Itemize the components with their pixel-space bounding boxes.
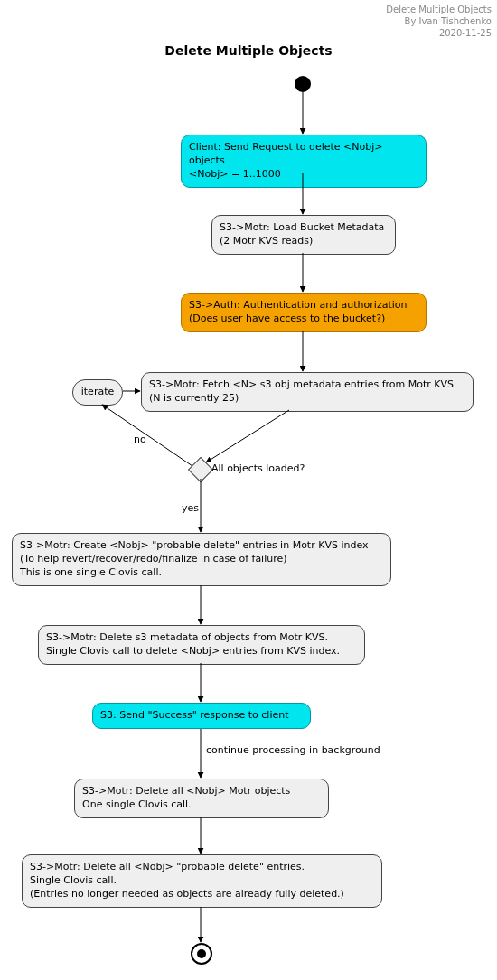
edge-label-decision: All objects loaded? [211, 462, 305, 474]
node-delete-probable-entries: S3->Motr: Delete all <Nobj> "probable de… [22, 854, 382, 908]
node-send-success: S3: Send "Success" response to client [92, 703, 311, 729]
diagram-root: Delete Multiple Objects By Ivan Tishchen… [0, 0, 497, 980]
node-fetch-metadata: S3->Motr: Fetch <N> s3 obj metadata entr… [141, 372, 474, 412]
node-client-request: Client: Send Request to delete <Nobj> ob… [181, 135, 427, 188]
node-create-probable-delete: S3->Motr: Create <Nobj> "probable delete… [12, 533, 391, 586]
decision-all-loaded [188, 457, 213, 482]
diagram-title: Delete Multiple Objects [0, 43, 497, 58]
edge-label-continue: continue processing in background [206, 744, 380, 756]
node-iterate: iterate [72, 379, 123, 406]
svg-line-5 [206, 410, 289, 462]
node-load-bucket-metadata: S3->Motr: Load Bucket Metadata (2 Motr K… [211, 215, 396, 255]
end-node [191, 943, 212, 965]
end-node-inner [197, 949, 206, 958]
meta-line-3: 2020-11-25 [386, 27, 492, 39]
node-auth: S3->Auth: Authentication and authorizati… [181, 293, 427, 332]
meta-block: Delete Multiple Objects By Ivan Tishchen… [386, 4, 492, 39]
node-delete-objects: S3->Motr: Delete all <Nobj> Motr objects… [74, 779, 329, 818]
meta-line-1: Delete Multiple Objects [386, 4, 492, 15]
edge-label-yes: yes [182, 502, 199, 514]
svg-line-6 [102, 405, 192, 466]
start-node [295, 76, 311, 92]
node-delete-metadata: S3->Motr: Delete s3 metadata of objects … [38, 625, 365, 665]
meta-line-2: By Ivan Tishchenko [386, 15, 492, 27]
edge-label-no: no [134, 434, 146, 445]
